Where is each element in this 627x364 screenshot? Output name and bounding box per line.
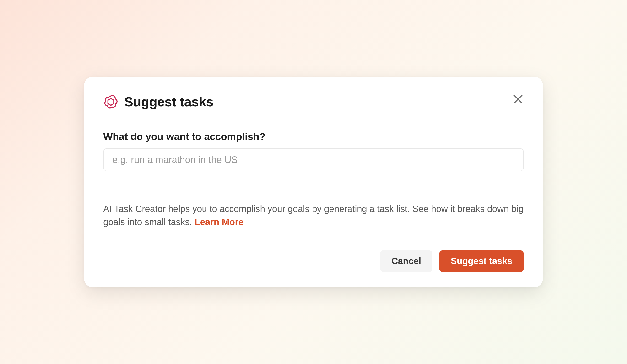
- helper-body: AI Task Creator helps you to accomplish …: [103, 204, 523, 227]
- helper-text: AI Task Creator helps you to accomplish …: [103, 203, 524, 229]
- suggest-tasks-button[interactable]: Suggest tasks: [439, 250, 524, 272]
- cancel-button[interactable]: Cancel: [380, 250, 433, 272]
- suggest-tasks-modal: Suggest tasks What do you want to accomp…: [84, 77, 543, 287]
- goal-input[interactable]: [103, 148, 524, 171]
- learn-more-link[interactable]: Learn More: [195, 217, 244, 227]
- modal-title: Suggest tasks: [124, 94, 213, 109]
- goal-prompt-label: What do you want to accomplish?: [103, 131, 524, 143]
- close-icon: [511, 93, 525, 106]
- modal-header: Suggest tasks: [103, 94, 524, 109]
- modal-footer: Cancel Suggest tasks: [103, 250, 524, 272]
- openai-logo-icon: [103, 94, 118, 109]
- close-button[interactable]: [510, 92, 526, 107]
- goal-form: What do you want to accomplish?: [103, 131, 524, 171]
